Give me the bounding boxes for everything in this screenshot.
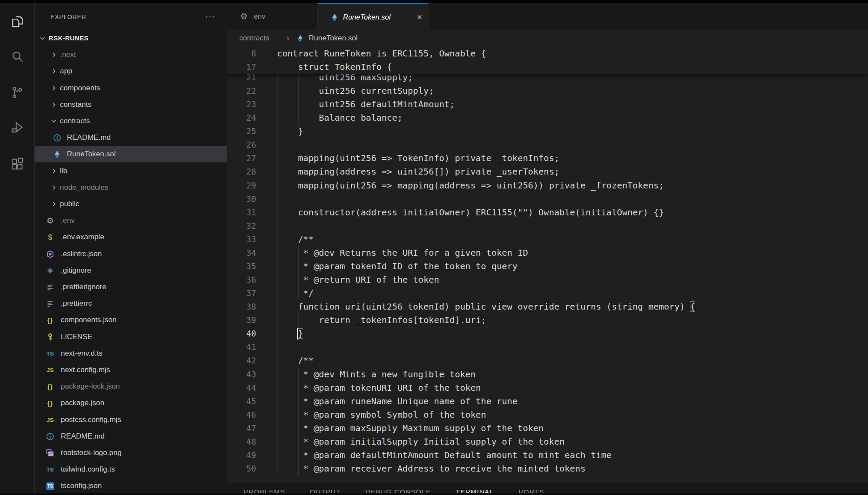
code-line-30[interactable]: 30 [227,192,868,206]
breadcrumb-segment-contracts[interactable]: contracts [239,30,269,47]
code-line-50[interactable]: 50 * @param receiver Address to receive … [227,462,868,475]
code-text: } [277,125,303,138]
tree-file-license[interactable]: LICENSE [35,329,227,345]
line-number: 24 [227,111,256,125]
prettier-icon [46,300,54,308]
image-icon [46,449,54,457]
tree-file--prettierignore[interactable]: .prettierignore [35,279,227,295]
tree-file--gitignore[interactable]: .gitignore [35,262,227,279]
line-number: 26 [227,138,256,152]
editor-tab-bar: ⚙ .env RuneToken.sol × [227,3,868,30]
code-line-8[interactable]: 8contract RuneToken is ERC1155, Ownable … [227,47,868,60]
code-line-28[interactable]: 28 mapping(address => uint256[]) private… [227,165,868,178]
code-line-44[interactable]: 44 * @param tokenURI URI of the token [227,381,868,395]
tree-file-tsconfig-json[interactable]: TStsconfig.json [35,478,227,494]
extensions-icon[interactable] [10,157,24,171]
explorer-icon[interactable] [10,15,24,29]
code-line-17[interactable]: 17 struct TokenInfo { [227,60,868,74]
tree-file-runetoken-sol[interactable]: RuneToken.sol [35,146,227,162]
code-text: * @param receiver Address to receive the… [277,462,585,475]
tree-item-label: .prettierrc [61,295,92,312]
tree-file-tailwind-config-ts[interactable]: TStailwind.config.ts [35,461,227,478]
source-control-icon[interactable] [10,86,24,99]
tree-file-postcss-config-mjs[interactable]: JSpostcss.config.mjs [35,412,227,428]
tree-file--prettierrc[interactable]: .prettierrc [35,295,227,312]
code-line-42[interactable]: 42 /** [227,354,868,367]
tree-folder-node-modules[interactable]: node_modules [35,179,227,196]
tree-folder-constants[interactable]: constants [35,96,227,113]
tab-label: .env [252,3,265,30]
tree-file-package-lock-json[interactable]: {}package-lock.json [35,378,227,395]
tree-item-label: components [60,80,100,96]
code-line-33[interactable]: 33 /** [227,233,868,246]
tree-root-rsk-runes[interactable]: RSK-RUNES [35,30,227,46]
code-line-41[interactable]: 41 [227,340,868,354]
tree-folder-components[interactable]: components [35,80,227,96]
code-text: * @param symbol Symbol of the token [277,408,486,422]
code-text: function uri(uint256 tokenId) public vie… [277,300,695,314]
code-line-24[interactable]: 24 Balance balance; [227,111,868,125]
code-line-23[interactable]: 23 uint256 defaultMintAmount; [227,98,868,111]
tree-file--env[interactable]: ⚙.env [35,212,227,229]
close-icon[interactable]: × [417,4,422,30]
tree-file--env-example[interactable]: $.env.example [35,229,227,245]
code-text: return _tokenInfos[tokenId].uri; [277,314,486,327]
tree-folder-app[interactable]: app [35,63,227,79]
code-line-29[interactable]: 29 mapping(uint256 => mapping(address =>… [227,179,868,192]
tree-file-next-env-d-ts[interactable]: TSnext-env.d.ts [35,345,227,362]
tree-file-readme-md[interactable]: README.md [35,129,227,146]
chevron-right-icon [50,184,57,191]
tree-item-label: package.json [61,395,104,411]
line-number: 34 [227,246,256,260]
tree-file-readme-md[interactable]: README.md [35,428,227,445]
code-line-47[interactable]: 47 * @param maxSupply Maximum supply of … [227,422,868,435]
code-line-26[interactable]: 26 [227,138,868,152]
tree-folder-lib[interactable]: lib [35,163,227,179]
tree-indent-guide [50,146,50,162]
more-actions-icon[interactable]: ··· [205,11,215,21]
tree-file-next-config-mjs[interactable]: JSnext.config.mjs [35,362,227,378]
tree-file-components-json[interactable]: {}components.json [35,312,227,328]
tree-item-label: constants [60,96,92,113]
chevron-down-icon [39,35,46,42]
code-line-48[interactable]: 48 * @param initialSupply Initial supply… [227,435,868,449]
tree-file--eslintrc-json[interactable]: .eslintrc.json [35,246,227,262]
tree-file-package-json[interactable]: {}package.json [35,395,227,411]
explorer-sidebar: EXPLORER ··· RSK-RUNES.nextappcomponents… [35,3,227,495]
line-number: 41 [227,340,256,354]
run-debug-icon[interactable] [10,120,24,134]
code-line-34[interactable]: 34 * @dev Returns the URI for a given to… [227,246,868,260]
code-line-49[interactable]: 49 * @param defaultMintAmount Default am… [227,449,868,462]
code-line-32[interactable]: 32 [227,219,868,233]
tree-item-label: tsconfig.json [61,478,102,494]
code-line-38[interactable]: 38 function uri(uint256 tokenId) public … [227,300,868,314]
code-line-37[interactable]: 37 */ [227,287,868,300]
search-icon[interactable] [10,50,24,63]
tree-folder-public[interactable]: public [35,196,227,212]
code-line-27[interactable]: 27 mapping(uint256 => TokenInfo) private… [227,152,868,165]
ts-icon: TS [46,350,54,358]
code-line-31[interactable]: 31 constructor(address initialOwner) ERC… [227,206,868,219]
tree-file-rootstock-logo-png[interactable]: rootstock-logo.png [35,445,227,461]
tree-folder-contracts[interactable]: contracts [35,113,227,129]
tab-runetoken-sol[interactable]: RuneToken.sol × [317,3,429,30]
sticky-scroll: 8contract RuneToken is ERC1155, Ownable … [227,47,868,74]
breadcrumb-segment-file[interactable]: RuneToken.sol [309,30,357,47]
tree-folder--next[interactable]: .next [35,46,227,63]
code-editor[interactable]: 21 uint256 maxSupply;22 uint256 currentS… [227,47,868,482]
code-line-40[interactable]: 40 } [227,327,868,340]
code-line-39[interactable]: 39 return _tokenInfos[tokenId].uri; [227,314,868,327]
code-line-35[interactable]: 35 * @param tokenId ID of the token to q… [227,260,868,273]
js-icon: JS [46,366,54,374]
code-text: struct TokenInfo { [277,60,392,74]
code-line-45[interactable]: 45 * @param runeName Unique name of the … [227,395,868,408]
code-line-22[interactable]: 22 uint256 currentSupply; [227,84,868,98]
code-line-25[interactable]: 25 } [227,125,868,138]
code-line-43[interactable]: 43 * @dev Mints a new fungible token [227,368,868,381]
code-line-46[interactable]: 46 * @param symbol Symbol of the token [227,408,868,422]
line-number: 25 [227,125,256,138]
tab-env[interactable]: ⚙ .env [227,3,317,30]
line-number: 46 [227,408,256,422]
js-icon: JS [46,416,54,424]
code-line-36[interactable]: 36 * @return URI of the token [227,273,868,287]
